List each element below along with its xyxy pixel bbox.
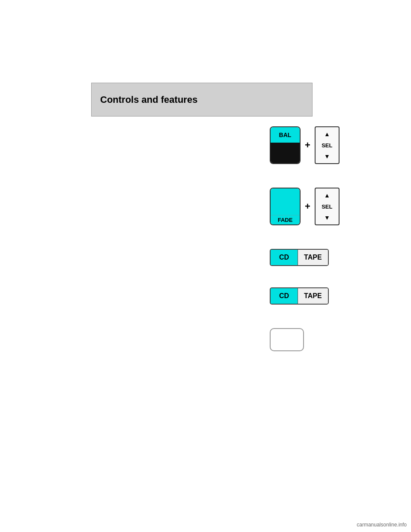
bal-button[interactable]: BAL [270, 126, 301, 164]
tape-button-1[interactable]: TAPE [298, 249, 328, 266]
cd-tape-pair-2: CD TAPE [270, 287, 329, 305]
fade-label: FADE [278, 217, 293, 223]
bal-label: BAL [279, 132, 292, 138]
watermark-text: carmanualsonline.info [357, 522, 407, 528]
cd-tape-row-1: CD TAPE [270, 249, 377, 266]
header-banner: Controls and features [91, 83, 313, 117]
cd-tape-row-2: CD TAPE [270, 287, 377, 305]
plus-icon-2: + [305, 201, 310, 212]
plus-icon-1: + [305, 140, 310, 151]
blank-button-row [270, 328, 377, 351]
arrow-up-icon-1[interactable]: ▲ [324, 131, 330, 137]
arrow-up-icon-2[interactable]: ▲ [324, 192, 330, 199]
fade-label-area: FADE [271, 215, 300, 224]
bal-dark-area [271, 143, 300, 163]
sel-label-1: SEL [322, 142, 332, 149]
diagram-container: BAL + ▲ SEL ▼ FADE + ▲ SEL ▼ CD TAPE [270, 126, 377, 351]
sel-button-2[interactable]: ▲ SEL ▼ [315, 188, 340, 225]
arrow-down-icon-1[interactable]: ▼ [324, 153, 330, 160]
fade-row: FADE + ▲ SEL ▼ [270, 188, 377, 225]
sel-label-2: SEL [322, 203, 332, 210]
cd-button-1[interactable]: CD [270, 249, 298, 266]
cd-tape-pair-1: CD TAPE [270, 249, 329, 266]
tape-button-2[interactable]: TAPE [298, 287, 328, 305]
blank-button[interactable] [270, 328, 304, 351]
arrow-down-icon-2[interactable]: ▼ [324, 214, 330, 221]
fade-button[interactable]: FADE [270, 188, 301, 225]
bal-row: BAL + ▲ SEL ▼ [270, 126, 377, 164]
bal-label-area: BAL [271, 127, 300, 143]
sel-button-1[interactable]: ▲ SEL ▼ [315, 126, 340, 164]
page-title: Controls and features [100, 94, 197, 105]
cd-button-2[interactable]: CD [270, 287, 298, 305]
footer-watermark: carmanualsonline.info [357, 522, 407, 528]
fade-fill-area [271, 188, 300, 215]
